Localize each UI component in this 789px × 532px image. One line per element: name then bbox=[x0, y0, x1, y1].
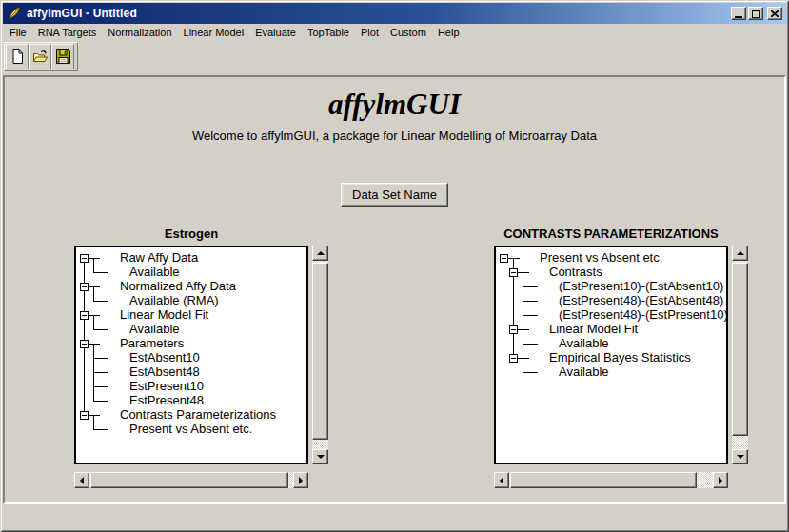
scroll-left-button[interactable] bbox=[494, 472, 509, 488]
menu-item-help[interactable]: Help bbox=[432, 26, 465, 39]
new-document-icon bbox=[10, 49, 26, 65]
scroll-right-button[interactable] bbox=[713, 472, 728, 488]
new-file-button[interactable] bbox=[6, 44, 29, 69]
scroll-up-button[interactable] bbox=[732, 246, 748, 261]
estrogen-tree-panel: Estrogen AvailableRaw Affy DataAvailable… bbox=[74, 227, 329, 464]
left-arrow-icon bbox=[80, 477, 84, 484]
open-file-button[interactable] bbox=[29, 44, 51, 69]
tree-node-label[interactable]: Normalized Affy Data bbox=[120, 279, 236, 293]
tree-line bbox=[93, 372, 108, 373]
right-arrow-icon bbox=[299, 477, 303, 484]
down-arrow-icon bbox=[737, 455, 744, 459]
tree-node-label[interactable]: (EstPresent10)-(EstAbsent10) bbox=[559, 279, 723, 293]
tree-node-label[interactable]: Linear Model Fit bbox=[549, 322, 638, 336]
toolbar-frame bbox=[4, 42, 78, 71]
scroll-down-button[interactable] bbox=[732, 449, 748, 464]
right-arrow-icon bbox=[719, 477, 722, 484]
main-area: affylmGUI Welcome to affylmGUI, a packag… bbox=[3, 75, 786, 504]
estrogen-horizontal-scrollbar[interactable] bbox=[74, 472, 308, 488]
tree-node-label[interactable]: Empirical Bayes Statistics bbox=[549, 350, 691, 365]
menu-item-toptable[interactable]: TopTable bbox=[302, 26, 355, 39]
tree-line bbox=[523, 372, 538, 373]
horizontal-scrollbar-thumb[interactable] bbox=[510, 472, 697, 488]
menu-item-rna-targets[interactable]: RNA Targets bbox=[32, 26, 103, 39]
close-button[interactable] bbox=[767, 7, 782, 20]
welcome-text: Welcome to affylmGUI, a package for Line… bbox=[5, 128, 784, 143]
vertical-scrollbar-thumb[interactable] bbox=[732, 263, 748, 436]
tree-line bbox=[93, 415, 94, 430]
tree-node-label[interactable]: Available bbox=[129, 265, 180, 279]
tree-line bbox=[84, 258, 85, 416]
menu-item-normalization[interactable]: Normalization bbox=[102, 26, 177, 39]
tree-node-label[interactable]: (EstPresent48)-(EstAbsent48) bbox=[559, 293, 723, 307]
save-floppy-icon bbox=[55, 49, 71, 65]
maximize-button[interactable] bbox=[748, 7, 763, 20]
tree-node-label[interactable]: Available bbox=[559, 365, 609, 379]
tree-expand-toggle[interactable] bbox=[509, 354, 518, 363]
tree-node-label[interactable]: Available (RMA) bbox=[129, 293, 219, 307]
tree-expand-toggle[interactable] bbox=[80, 283, 89, 291]
tree-expand-toggle[interactable] bbox=[80, 311, 89, 320]
contrasts-tree-panel: CONTRASTS PARAMETERIZATIONS (EstPresent1… bbox=[494, 227, 749, 464]
tree-line bbox=[523, 272, 523, 316]
titlebar[interactable]: affylmGUI - Untitled bbox=[3, 3, 786, 24]
tree-node-label[interactable]: Present vs Absent etc. bbox=[129, 422, 252, 436]
vertical-scrollbar-thumb[interactable] bbox=[312, 263, 328, 440]
scroll-down-button[interactable] bbox=[312, 449, 328, 464]
menu-item-file[interactable]: File bbox=[4, 26, 32, 39]
contrasts-horizontal-scrollbar[interactable] bbox=[494, 472, 728, 488]
scroll-up-button[interactable] bbox=[312, 246, 328, 261]
tree-line bbox=[523, 301, 538, 302]
tree-node-label[interactable]: Raw Affy Data bbox=[120, 250, 198, 265]
tree-line bbox=[93, 429, 108, 430]
tree-expand-toggle[interactable] bbox=[80, 254, 89, 263]
tree-line bbox=[93, 315, 94, 330]
tree-node-label[interactable]: EstPresent10 bbox=[129, 379, 204, 393]
left-arrow-icon bbox=[500, 477, 503, 484]
tree-line bbox=[93, 272, 108, 273]
window-title: affylmGUI - Untitled bbox=[27, 7, 731, 20]
toolbar bbox=[3, 40, 786, 75]
tree-line bbox=[523, 329, 523, 345]
estrogen-vertical-scrollbar[interactable] bbox=[312, 246, 328, 464]
open-folder-icon bbox=[32, 49, 49, 65]
tree-expand-toggle[interactable] bbox=[509, 325, 518, 334]
tree-line bbox=[93, 386, 108, 387]
tree-expand-toggle[interactable] bbox=[80, 340, 89, 348]
minimize-button[interactable] bbox=[731, 7, 746, 20]
data-set-name-button[interactable]: Data Set Name bbox=[341, 183, 448, 207]
tree-node-label[interactable]: EstAbsent48 bbox=[129, 365, 200, 379]
tree-line bbox=[93, 258, 94, 273]
tree-line bbox=[523, 286, 538, 287]
tree-expand-toggle[interactable] bbox=[500, 254, 508, 263]
menubar: FileRNA TargetsNormalizationLinear Model… bbox=[3, 24, 786, 40]
contrasts-tree[interactable]: (EstPresent10)-(EstAbsent10)(EstPresent4… bbox=[494, 246, 728, 464]
menu-item-custom[interactable]: Custom bbox=[385, 26, 432, 39]
tree-node-label[interactable]: Parameters bbox=[120, 336, 184, 350]
tree-node-label[interactable]: Available bbox=[129, 322, 180, 336]
tree-expand-toggle[interactable] bbox=[80, 411, 89, 420]
tree-node-label[interactable]: EstAbsent10 bbox=[129, 350, 200, 365]
tree-expand-toggle[interactable] bbox=[509, 268, 518, 277]
up-arrow-icon bbox=[317, 251, 325, 255]
tree-node-label[interactable]: Linear Model Fit bbox=[120, 307, 208, 322]
app-window: affylmGUI - Untitled FileRNA TargetsNorm… bbox=[0, 0, 789, 532]
scroll-left-button[interactable] bbox=[74, 472, 89, 488]
tree-node-label[interactable]: Contrasts Parameterizations bbox=[120, 407, 276, 422]
menu-item-linear-model[interactable]: Linear Model bbox=[178, 26, 250, 39]
tree-line bbox=[93, 329, 108, 330]
save-file-button[interactable] bbox=[51, 44, 74, 69]
tree-node-label[interactable]: Present vs Absent etc. bbox=[540, 250, 662, 265]
horizontal-scrollbar-thumb[interactable] bbox=[90, 472, 288, 488]
estrogen-tree[interactable]: AvailableRaw Affy DataAvailable (RMA)Nor… bbox=[74, 246, 308, 464]
scroll-right-button[interactable] bbox=[293, 472, 308, 488]
menu-item-evaluate[interactable]: Evaluate bbox=[249, 26, 302, 39]
tree-node-label[interactable]: Available bbox=[559, 336, 609, 350]
tree-node-label[interactable]: EstPresent48 bbox=[129, 393, 204, 407]
tree-node-label[interactable]: Contrasts bbox=[549, 265, 602, 279]
contrasts-vertical-scrollbar[interactable] bbox=[732, 246, 748, 464]
tree-node-label[interactable]: (EstPresent48)-(EstPresent10) bbox=[559, 307, 728, 322]
contrasts-tree-title: CONTRASTS PARAMETERIZATIONS bbox=[494, 227, 728, 241]
up-arrow-icon bbox=[737, 251, 744, 255]
menu-item-plot[interactable]: Plot bbox=[355, 26, 385, 39]
